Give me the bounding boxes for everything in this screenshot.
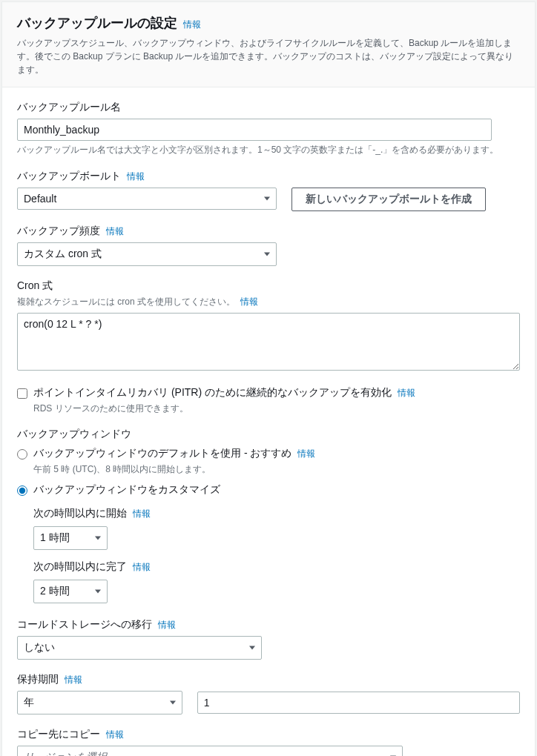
cron-helper: 複雑なスケジュールには cron 式を使用してください。 情報 [17, 296, 520, 308]
cron-field: Cron 式 複雑なスケジュールには cron 式を使用してください。 情報 [17, 279, 520, 373]
backup-rule-settings-panel: バックアップルールの設定 情報 バックアップスケジュール、バックアップウィンドウ… [1, 1, 536, 756]
panel-description: バックアップスケジュール、バックアップウィンドウ、およびライフサイクルルールを定… [17, 36, 520, 76]
chevron-down-icon [95, 537, 101, 540]
chevron-down-icon [170, 701, 176, 705]
start-within-select[interactable]: 1 時間 [33, 526, 108, 550]
vault-info-link[interactable]: 情報 [127, 171, 145, 182]
window-default-option: バックアップウィンドウのデフォルトを使用 - おすすめ 情報 午前 5 時 (U… [17, 447, 520, 476]
chevron-down-icon [95, 590, 101, 594]
complete-within-field: 次の時間以内に完了 情報 2 時間 [33, 560, 520, 603]
complete-within-info-link[interactable]: 情報 [133, 562, 151, 572]
chevron-down-icon [264, 196, 270, 200]
rule-name-helper: バックアップルール名では大文字と小文字が区別されます。1～50 文字の英数字また… [17, 144, 520, 156]
backup-window-field: バックアップウィンドウ バックアップウィンドウのデフォルトを使用 - おすすめ … [17, 428, 520, 603]
start-within-field: 次の時間以内に開始 情報 1 時間 [33, 507, 520, 550]
chevron-down-icon [264, 252, 270, 256]
window-default-sub: 午前 5 時 (UTC)、8 時間以内に開始します。 [33, 463, 315, 476]
cold-storage-field: コールドストレージへの移行 情報 しない [17, 618, 520, 660]
cold-storage-select[interactable]: しない [17, 636, 262, 660]
retention-info-link[interactable]: 情報 [65, 674, 82, 685]
retention-value-input[interactable] [197, 692, 520, 714]
retention-field: 保持期間 情報 年 [17, 673, 520, 714]
vault-select[interactable]: Default [17, 188, 277, 210]
start-within-info-link[interactable]: 情報 [133, 508, 151, 519]
complete-within-select[interactable]: 2 時間 [33, 580, 108, 603]
window-default-radio[interactable] [17, 449, 27, 460]
pitr-field: ポイントインタイムリカバリ (PITR) のために継続的なバックアップを有効化 … [17, 386, 520, 415]
retention-unit-select[interactable]: 年 [17, 691, 182, 714]
backup-window-heading: バックアップウィンドウ [17, 428, 520, 441]
panel-title: バックアップルールの設定 [17, 16, 177, 30]
create-vault-button[interactable]: 新しいバックアップボールトを作成 [291, 188, 486, 211]
pitr-info-link[interactable]: 情報 [398, 388, 415, 398]
window-default-info-link[interactable]: 情報 [297, 448, 315, 459]
vault-field: バックアップボールト 情報 Default 新しいバックアップボールトを作成 [17, 170, 520, 211]
copy-info-link[interactable]: 情報 [106, 729, 124, 740]
frequency-info-link[interactable]: 情報 [106, 226, 124, 236]
cron-label: Cron 式 [17, 279, 520, 293]
rule-name-input[interactable] [17, 119, 492, 141]
vault-label: バックアップボールト 情報 [17, 170, 520, 183]
pitr-label: ポイントインタイムリカバリ (PITR) のために継続的なバックアップを有効化 [33, 386, 392, 398]
pitr-checkbox[interactable] [17, 388, 27, 399]
cron-info-link[interactable]: 情報 [240, 296, 258, 307]
cron-input[interactable] [17, 313, 520, 371]
panel-title-info-link[interactable]: 情報 [183, 19, 201, 30]
window-custom-radio[interactable] [17, 485, 27, 496]
frequency-field: バックアップ頻度 情報 カスタム cron 式 [17, 225, 520, 266]
frequency-label: バックアップ頻度 情報 [17, 225, 520, 238]
panel-header: バックアップルールの設定 情報 バックアップスケジュール、バックアップウィンドウ… [2, 2, 535, 87]
frequency-select[interactable]: カスタム cron 式 [17, 242, 277, 266]
cold-info-link[interactable]: 情報 [158, 620, 176, 630]
copy-destination-select[interactable]: リージョンを選択 [17, 746, 403, 756]
rule-name-label: バックアップルール名 [17, 101, 520, 114]
copy-destination-field: コピー先にコピー 情報 リージョンを選択 [17, 728, 520, 756]
rule-name-field: バックアップルール名 バックアップルール名では大文字と小文字が区別されます。1～… [17, 101, 520, 156]
pitr-helper: RDS リソースのために使用できます。 [33, 402, 415, 415]
window-custom-option: バックアップウィンドウをカスタマイズ [17, 483, 520, 497]
chevron-down-icon [249, 646, 255, 650]
